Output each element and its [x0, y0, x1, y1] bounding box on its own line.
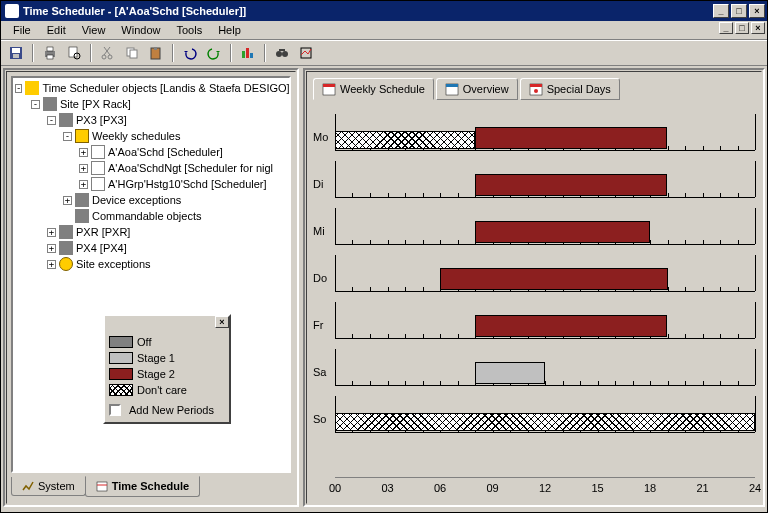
add-periods-checkbox[interactable]: [109, 404, 121, 416]
schedule-bar[interactable]: [335, 413, 755, 431]
chart-icon: [298, 45, 314, 61]
toolbar-separator: [90, 44, 92, 62]
tree-label: Commandable objects: [92, 210, 201, 222]
copy-icon: [124, 45, 140, 61]
tree-sched3[interactable]: +A'HGrp'Hstg10'Schd [Scheduler]: [15, 176, 287, 192]
tree-view[interactable]: -Time Scheduler objects [Landis & Staefa…: [11, 76, 291, 473]
day-row-mo[interactable]: Mo: [313, 108, 755, 155]
schedule-bar[interactable]: [335, 131, 475, 149]
day-track[interactable]: [335, 301, 755, 339]
day-track[interactable]: [335, 160, 755, 198]
day-row-do[interactable]: Do: [313, 249, 755, 296]
tree-root[interactable]: -Time Scheduler objects [Landis & Staefa…: [15, 80, 287, 96]
tree-pxr[interactable]: +PXR [PXR]: [15, 224, 287, 240]
tree-device-exceptions[interactable]: +Device exceptions: [15, 192, 287, 208]
schedule-panel: Weekly Schedule Overview Special Days Mo…: [303, 68, 765, 507]
copy-button[interactable]: [121, 42, 143, 64]
legend-add-row[interactable]: Add New Periods: [109, 402, 225, 418]
svg-point-17: [276, 51, 282, 57]
tree-weekly-schedules[interactable]: -Weekly schedules: [15, 128, 287, 144]
right-tabs: Weekly Schedule Overview Special Days: [313, 78, 622, 100]
cut-button[interactable]: [97, 42, 119, 64]
svg-rect-24: [323, 84, 335, 87]
system-icon: [22, 480, 34, 492]
day-track[interactable]: [335, 395, 755, 433]
tab-system[interactable]: System: [11, 477, 86, 496]
tab-time-schedule[interactable]: Time Schedule: [85, 476, 200, 497]
day-row-so[interactable]: So: [313, 390, 755, 437]
redo-button[interactable]: [203, 42, 225, 64]
legend-close-button[interactable]: ×: [215, 316, 229, 328]
tab-special-days[interactable]: Special Days: [520, 78, 620, 100]
menu-file[interactable]: File: [5, 22, 39, 38]
svg-rect-5: [47, 55, 53, 59]
menu-tools[interactable]: Tools: [168, 22, 210, 38]
minimize-button[interactable]: _: [713, 4, 729, 18]
print-button[interactable]: [39, 42, 61, 64]
axis-label: 09: [486, 482, 498, 494]
tree-site-exceptions[interactable]: +Site exceptions: [15, 256, 287, 272]
swatch-off: [109, 336, 133, 348]
mdi-restore-button[interactable]: □: [735, 22, 749, 34]
axis-label: 21: [696, 482, 708, 494]
tree-commandable-objects[interactable]: Commandable objects: [15, 208, 287, 224]
mdi-minimize-button[interactable]: _: [719, 22, 733, 34]
save-button[interactable]: [5, 42, 27, 64]
tree-site[interactable]: -Site [PX Rack]: [15, 96, 287, 112]
tree-px3[interactable]: -PX3 [PX3]: [15, 112, 287, 128]
schedule-bar[interactable]: [475, 362, 545, 384]
day-label: Di: [313, 178, 335, 198]
print-icon: [42, 45, 58, 61]
menu-window[interactable]: Window: [113, 22, 168, 38]
mdi-close-button[interactable]: ×: [751, 22, 765, 34]
tab-weekly[interactable]: Weekly Schedule: [313, 78, 434, 100]
redo-icon: [206, 45, 222, 61]
menu-edit[interactable]: Edit: [39, 22, 74, 38]
refresh-button[interactable]: [237, 42, 259, 64]
schedule-chart[interactable]: MoDiMiDoFrSaSo: [313, 108, 755, 473]
svg-rect-28: [530, 84, 542, 87]
schedule-bar[interactable]: [475, 127, 668, 149]
legend-titlebar[interactable]: ×: [105, 316, 229, 330]
tab-overview[interactable]: Overview: [436, 78, 518, 100]
schedule-bar[interactable]: [475, 221, 650, 243]
maximize-button[interactable]: □: [731, 4, 747, 18]
day-row-fr[interactable]: Fr: [313, 296, 755, 343]
titlebar: Time Scheduler - [A'Aoa'Schd [Scheduler]…: [1, 1, 767, 21]
day-track[interactable]: [335, 207, 755, 245]
calendar-week-icon: [322, 82, 336, 96]
day-row-di[interactable]: Di: [313, 155, 755, 202]
legend-row-off: Off: [109, 334, 225, 350]
chart-button[interactable]: [295, 42, 317, 64]
schedule-bar[interactable]: [475, 174, 668, 196]
day-track[interactable]: [335, 348, 755, 386]
svg-point-29: [534, 89, 538, 93]
undo-button[interactable]: [179, 42, 201, 64]
schedule-bar[interactable]: [440, 268, 668, 290]
print-preview-button[interactable]: [63, 42, 85, 64]
legend-add-label: Add New Periods: [129, 404, 214, 416]
mdi-controls: _ □ ×: [717, 22, 765, 34]
tree-sched2[interactable]: +A'Aoa'SchdNgt [Scheduler for nigl: [15, 160, 287, 176]
day-label: Do: [313, 272, 335, 292]
schedule-bar[interactable]: [475, 315, 668, 337]
menu-view[interactable]: View: [74, 22, 114, 38]
day-track[interactable]: [335, 113, 755, 151]
find-button[interactable]: [271, 42, 293, 64]
day-row-sa[interactable]: Sa: [313, 343, 755, 390]
close-button[interactable]: ×: [749, 4, 765, 18]
day-track[interactable]: [335, 254, 755, 292]
toolbar-separator: [172, 44, 174, 62]
legend-panel[interactable]: × Off Stage 1 Stage 2 Don't care Add New…: [103, 314, 231, 424]
paste-button[interactable]: [145, 42, 167, 64]
menu-help[interactable]: Help: [210, 22, 249, 38]
undo-icon: [182, 45, 198, 61]
tree-sched1[interactable]: +A'Aoa'Schd [Scheduler]: [15, 144, 287, 160]
svg-rect-15: [246, 48, 249, 58]
day-row-mi[interactable]: Mi: [313, 202, 755, 249]
tree-px4[interactable]: +PX4 [PX4]: [15, 240, 287, 256]
swatch-stage1: [109, 352, 133, 364]
paste-icon: [148, 45, 164, 61]
tree-label: PX4 [PX4]: [76, 242, 127, 254]
svg-point-8: [102, 55, 106, 59]
